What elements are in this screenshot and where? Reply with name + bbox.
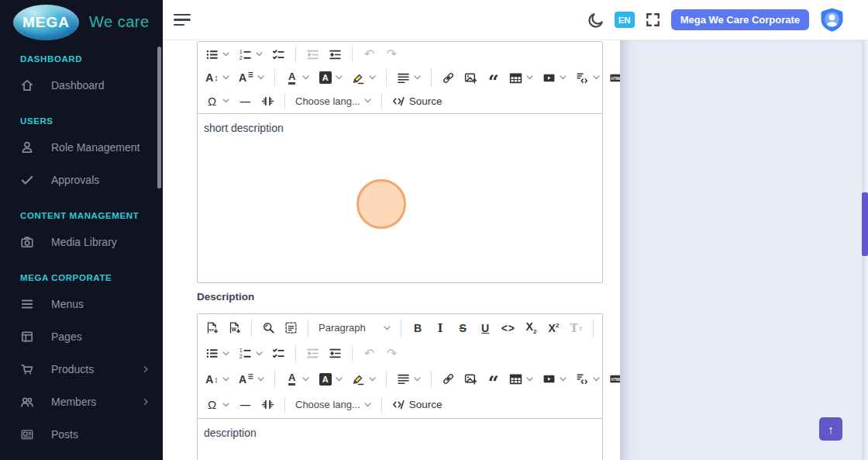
font-background-color-button[interactable]: A [315,369,346,389]
heading-dropdown[interactable]: Paragraph [315,318,394,338]
font-background-color-button[interactable]: A [315,67,346,88]
export-word-button[interactable]: W [224,318,245,338]
block-quote-button[interactable]: “ [483,67,504,88]
fullscreen-icon[interactable] [645,12,661,28]
undo-button[interactable]: ↶ [359,44,380,64]
toolbar-separator [295,46,296,63]
html-embed-button[interactable]: HTML [605,67,620,88]
link-button[interactable] [438,67,459,88]
horizontal-line-button[interactable]: — [235,395,256,415]
language-dropdown[interactable]: Choose lang... [291,395,375,415]
moon-icon[interactable] [587,12,604,29]
description-content[interactable]: description [198,427,602,460]
numbered-list-button[interactable]: 12 [235,344,267,364]
special-characters-button[interactable]: Ω [202,395,233,415]
decrease-indent-button[interactable] [302,344,323,364]
block-quote-button[interactable]: “ [483,369,504,389]
highlight-button[interactable] [348,67,380,88]
brand-logo[interactable]: MEGA We care [0,0,163,44]
text-alignment-button[interactable] [393,67,425,88]
insert-table-button[interactable] [505,369,537,389]
html-embed-button[interactable]: HTML [605,369,620,389]
font-family-button[interactable]: A [235,369,268,389]
select-all-button[interactable] [281,318,301,338]
page-icon [20,330,34,344]
find-and-replace-button[interactable] [258,318,279,338]
code-block-button[interactable] [572,369,604,389]
redo-button[interactable]: ↷ [381,344,402,364]
insert-table-button[interactable] [505,67,537,88]
workspace-button[interactable]: Mega We Care Corporate [671,9,809,30]
code-block-button[interactable] [572,67,604,88]
font-family-icon: A [239,71,253,84]
strikethrough-button[interactable]: S [453,318,474,338]
sidebar-item-approvals[interactable]: Approvals [0,164,163,196]
numbered-list-button[interactable]: 12 [235,44,267,64]
source-button[interactable]: Source [388,91,446,111]
link-button[interactable] [438,369,459,389]
page-break-button[interactable] [257,395,278,415]
toolbar-separator [295,345,296,362]
insert-image-icon [464,372,477,386]
sidebar-item-media-library[interactable]: Media Library [0,226,163,258]
insert-media-button[interactable] [539,369,570,389]
redo-button[interactable]: ↷ [381,44,402,64]
font-size-button[interactable]: A↕ [202,369,233,389]
insert-image-button[interactable] [460,67,481,88]
bulleted-list-button[interactable] [202,344,233,364]
increase-indent-button[interactable] [325,44,346,64]
logo-tagline: We care [89,13,150,31]
horizontal-line-button[interactable]: — [235,91,256,111]
insert-image-button[interactable] [460,369,481,389]
todo-list-button[interactable] [268,44,289,64]
sidebar-item-partial[interactable] [0,451,163,460]
chevron-down-icon [560,377,567,382]
sidebar-item-posts[interactable]: Posts [0,418,163,451]
highlight-button[interactable] [348,369,380,389]
undo-button[interactable]: ↶ [359,344,380,364]
hamburger-icon[interactable] [174,12,194,28]
special-characters-button[interactable]: Ω [202,91,233,111]
todo-list-button[interactable] [268,344,289,364]
source-icon [392,95,405,108]
sidebar-item-products[interactable]: Products [0,353,163,386]
subscript-button[interactable]: X2 [521,318,542,338]
font-size-button[interactable]: A↕ [202,67,233,88]
text-alignment-button[interactable] [393,369,425,389]
page-break-button[interactable] [257,91,278,111]
remove-format-button[interactable]: Tx [566,318,587,338]
chevron-down-icon [414,377,421,382]
code-button[interactable]: <> [498,318,519,338]
content-card: 12↶↷A↕AAA“HTMLΩ—Choose lang...Source sho… [163,40,620,460]
font-color-button[interactable]: A [281,67,313,88]
sidebar-item-role-management[interactable]: Role Management [0,131,163,164]
short-description-content[interactable]: short description [198,122,602,289]
sidebar-scrollbar-thumb[interactable] [157,47,161,188]
bulleted-list-button[interactable] [202,44,233,64]
export-pdf-button[interactable]: PDF [202,318,222,338]
italic-button[interactable]: I [430,318,451,338]
font-color-button[interactable]: A [281,369,313,389]
chevron-right-icon [141,397,150,406]
sidebar-item-members[interactable]: Members [0,386,163,418]
scroll-to-top-button[interactable]: ↑ [819,417,842,441]
page-scrollbar-track[interactable] [862,40,868,460]
language-badge[interactable]: EN [615,12,635,28]
superscript-button[interactable]: X2 [543,318,564,338]
font-family-button[interactable]: A [235,67,268,88]
insert-media-button[interactable] [539,67,570,88]
sidebar-item-dashboard[interactable]: Dashboard [0,69,163,102]
sidebar-item-menus[interactable]: Menus [0,288,163,320]
underline-button[interactable]: U [475,318,496,338]
sidebar-item-pages[interactable]: Pages [0,320,163,353]
user-avatar-icon[interactable] [819,7,845,33]
increase-indent-button[interactable] [325,344,346,364]
page-scrollbar-thumb[interactable] [862,192,868,256]
source-button[interactable]: Source [388,395,446,415]
orange-circle-image[interactable] [356,179,406,229]
decrease-indent-button[interactable] [302,44,323,64]
language-dropdown[interactable]: Choose lang... [291,91,375,111]
bold-button[interactable]: B [408,318,429,338]
insert-image-icon [464,71,477,85]
chevron-down-icon [369,377,376,382]
